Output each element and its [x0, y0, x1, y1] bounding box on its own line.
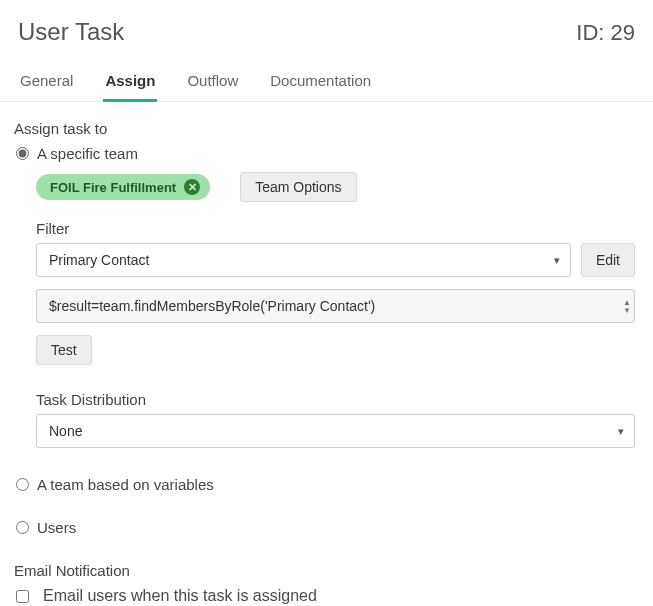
panel-header: User Task ID: 29 [0, 0, 653, 54]
tab-general[interactable]: General [18, 64, 75, 102]
email-notification-label: Email Notification [14, 562, 639, 579]
radio-row-variables: A team based on variables [16, 476, 639, 493]
filter-select[interactable]: Primary Contact [36, 243, 571, 277]
team-chip: FOIL Fire Fulfillment ✕ [36, 174, 210, 200]
team-options-button[interactable]: Team Options [240, 172, 356, 202]
radio-variables[interactable] [16, 478, 29, 491]
task-id: ID: 29 [576, 20, 635, 46]
email-checkbox-row: Email users when this task is assigned [16, 587, 639, 605]
tab-assign[interactable]: Assign [103, 64, 157, 102]
radio-row-specific-team: A specific team [16, 145, 639, 162]
filter-label: Filter [36, 220, 635, 237]
team-chip-row: FOIL Fire Fulfillment ✕ Team Options [36, 172, 639, 202]
team-chip-label: FOIL Fire Fulfillment [50, 180, 176, 195]
assign-to-label: Assign task to [14, 120, 639, 137]
email-checkbox-label: Email users when this task is assigned [43, 587, 317, 605]
code-spinner: ▲ ▼ [623, 299, 631, 314]
test-button[interactable]: Test [36, 335, 92, 365]
filter-section: Filter Primary Contact Edit ▲ ▼ Test Tas… [36, 220, 635, 448]
filter-select-wrap: Primary Contact [36, 243, 571, 277]
radio-specific-team[interactable] [16, 147, 29, 160]
task-distribution-select-wrap: None [36, 414, 635, 448]
tab-content: Assign task to A specific team FOIL Fire… [0, 102, 653, 606]
edit-filter-button[interactable]: Edit [581, 243, 635, 277]
filter-code-wrap: ▲ ▼ [36, 289, 635, 323]
radio-users-label: Users [37, 519, 76, 536]
remove-team-icon[interactable]: ✕ [184, 179, 200, 195]
spinner-down-icon[interactable]: ▼ [623, 307, 631, 314]
filter-code-input[interactable] [36, 289, 635, 323]
tab-documentation[interactable]: Documentation [268, 64, 373, 102]
radio-variables-label: A team based on variables [37, 476, 214, 493]
radio-users[interactable] [16, 521, 29, 534]
tab-outflow[interactable]: Outflow [185, 64, 240, 102]
tab-bar: General Assign Outflow Documentation [0, 64, 653, 102]
email-checkbox[interactable] [16, 590, 29, 603]
radio-row-users: Users [16, 519, 639, 536]
task-distribution-label: Task Distribution [36, 391, 635, 408]
task-distribution-select[interactable]: None [36, 414, 635, 448]
spinner-up-icon[interactable]: ▲ [623, 299, 631, 306]
radio-specific-team-label: A specific team [37, 145, 138, 162]
page-title: User Task [18, 18, 124, 46]
